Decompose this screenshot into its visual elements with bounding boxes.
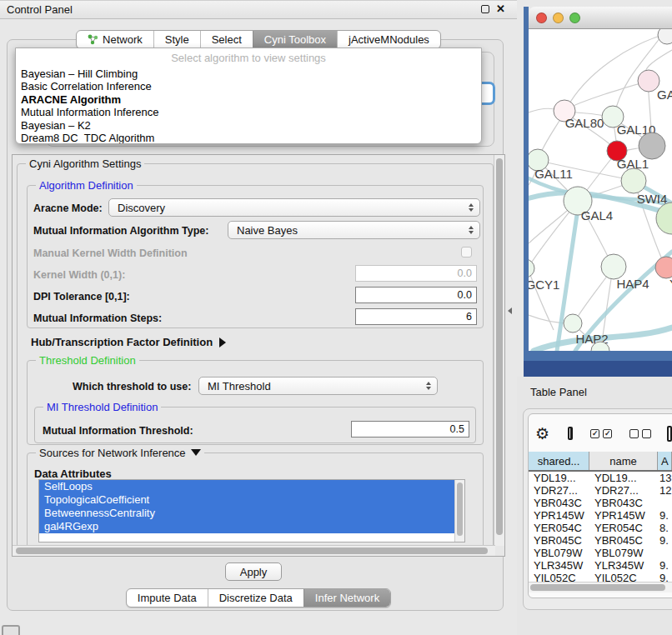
combo-arrows-icon bbox=[469, 226, 474, 234]
aracne-mode-select[interactable]: Discovery bbox=[108, 198, 480, 217]
dropdown-item[interactable]: Bayesian – Hill Climbing bbox=[16, 68, 481, 80]
deselect-all-icon[interactable] bbox=[629, 429, 651, 438]
aracne-mode-label: Aracne Mode: bbox=[33, 202, 103, 214]
table-row[interactable]: YLR345WYLR345W9. bbox=[529, 559, 672, 572]
table-row[interactable]: YDR27...YDR27...12 bbox=[529, 484, 672, 497]
table-column-header[interactable]: shared... bbox=[529, 452, 589, 470]
data-attributes-list[interactable]: SelfLoopsTopologicalCoefficientBetweenne… bbox=[38, 479, 465, 542]
panel-divider-arrow[interactable] bbox=[508, 308, 512, 314]
apply-button[interactable]: Apply bbox=[225, 562, 282, 581]
tab-impute-data[interactable]: Impute Data bbox=[127, 589, 208, 607]
table-cell: 9. bbox=[658, 534, 672, 547]
dpi-tolerance-input[interactable]: 0.0 bbox=[355, 287, 477, 303]
zoom-window-icon[interactable] bbox=[569, 12, 580, 23]
mi-type-select[interactable]: Naive Bayes bbox=[228, 221, 480, 239]
table-row[interactable]: YBR045CYBR045C9. bbox=[529, 534, 672, 547]
mi-steps-input[interactable]: 6 bbox=[355, 308, 477, 325]
dock-gadget-icon[interactable] bbox=[2, 625, 20, 635]
dropdown-prompt: Select algorithm to view settings bbox=[16, 48, 481, 68]
network-node-swi4[interactable] bbox=[621, 168, 646, 193]
columns-icon[interactable] bbox=[568, 427, 573, 440]
mi-threshold-label: Mutual Information Threshold: bbox=[43, 425, 193, 437]
manual-kernel-checkbox[interactable] bbox=[461, 247, 472, 258]
kernel-width-input[interactable]: 0.0 bbox=[355, 265, 477, 282]
attribute-list-item[interactable]: TopologicalCoefficient bbox=[39, 493, 454, 507]
which-threshold-select[interactable]: MI Threshold bbox=[198, 377, 438, 395]
list-scrollbar[interactable] bbox=[454, 480, 464, 542]
document-icon[interactable] bbox=[667, 426, 672, 442]
network-node-y[interactable] bbox=[655, 257, 672, 278]
dropdown-item[interactable]: Mutual Information Inference bbox=[16, 106, 481, 118]
tab-jactivemnodules[interactable]: jActiveMNodules bbox=[337, 31, 440, 48]
table-cell: 9. bbox=[658, 509, 672, 522]
tab-style[interactable]: Style bbox=[153, 31, 200, 48]
data-attributes-label: Data Attributes bbox=[34, 468, 112, 480]
table-row[interactable]: YDL19...YDL19...13 bbox=[529, 472, 672, 484]
tab-select[interactable]: Select bbox=[200, 31, 253, 48]
table-cell: 9. bbox=[658, 559, 672, 572]
bottom-tabs: Impute Data Discretize Data Infer Networ… bbox=[0, 588, 517, 608]
desktop-background bbox=[524, 361, 672, 377]
dropdown-item[interactable]: ARACNE Algorithm bbox=[16, 93, 481, 106]
dropdown-item-list: Bayesian – Hill ClimbingBasic Correlatio… bbox=[16, 68, 481, 144]
table-cell: YER054C bbox=[589, 522, 658, 534]
dropdown-item[interactable]: Basic Correlation Inference bbox=[16, 80, 481, 92]
network-node-hap2[interactable] bbox=[564, 314, 582, 332]
table-row[interactable]: YBR043CYBR043C bbox=[529, 497, 672, 509]
minimize-window-icon[interactable] bbox=[553, 12, 564, 23]
network-node-gcy1[interactable] bbox=[529, 259, 534, 278]
table-cell: YBR043C bbox=[529, 497, 589, 509]
table-row[interactable]: YER054CYER054C8. bbox=[529, 522, 672, 534]
group-title: Algorithm Definition bbox=[36, 179, 137, 192]
table-row[interactable]: YIL052CYIL052C9. bbox=[529, 572, 672, 582]
node-label: SWI4 bbox=[637, 192, 668, 206]
table-horizontal-scrollbar[interactable] bbox=[529, 582, 672, 592]
attribute-list-item[interactable]: BetweennessCentrality bbox=[39, 507, 454, 520]
mi-threshold-input[interactable]: 0.5 bbox=[351, 421, 469, 438]
attribute-list-item[interactable]: SelfLoops bbox=[39, 480, 454, 493]
node-label: GAL bbox=[657, 88, 672, 102]
table-column-header[interactable]: name bbox=[589, 452, 658, 470]
select-all-icon[interactable]: ✓✓ bbox=[590, 429, 612, 438]
tab-infer-network[interactable]: Infer Network bbox=[303, 589, 390, 607]
combo-arrows-icon bbox=[469, 203, 474, 212]
gear-icon[interactable]: ⚙ bbox=[535, 424, 549, 443]
network-window-titlebar[interactable] bbox=[529, 7, 672, 29]
hub-section-toggle[interactable]: Hub/Transcription Factor Definition bbox=[31, 336, 226, 348]
sources-toggle[interactable]: Sources for Network Inference bbox=[36, 447, 204, 459]
network-node[interactable] bbox=[658, 29, 672, 44]
node-table[interactable]: shared...nameA YDL19...YDL19...13YDR27..… bbox=[529, 452, 672, 582]
network-canvas[interactable]: GALGAL80GAL10GAL1GAL11SWI4GAL4GCY1HAP4YH… bbox=[529, 29, 672, 351]
dropdown-item[interactable]: Dream8 DC_TDC Algorithm bbox=[16, 132, 481, 144]
close-icon[interactable]: ✕ bbox=[496, 3, 505, 15]
settings-vertical-scrollbar[interactable] bbox=[494, 155, 504, 546]
float-panel-icon[interactable] bbox=[481, 5, 489, 13]
table-row[interactable]: YPR145WYPR145W9. bbox=[529, 509, 672, 522]
attribute-list-item[interactable]: gal4RGexp bbox=[39, 520, 454, 533]
settings-horizontal-scrollbar[interactable] bbox=[13, 545, 495, 556]
table-cell: YBL079W bbox=[529, 547, 589, 559]
combo-arrows-icon bbox=[426, 382, 431, 390]
table-cell: 8. bbox=[658, 522, 672, 534]
algorithm-dropdown: Select algorithm to view settings Bayesi… bbox=[15, 48, 482, 144]
table-cell: 13 bbox=[658, 472, 672, 484]
table-cell: YBR045C bbox=[529, 534, 589, 547]
table-row[interactable]: YBL079WYBL079W bbox=[529, 547, 672, 559]
network-icon bbox=[88, 34, 98, 45]
node-label: GAL80 bbox=[565, 116, 604, 130]
network-node[interactable] bbox=[656, 202, 672, 234]
node-label: GAL11 bbox=[534, 167, 573, 181]
table-cell: YDR27... bbox=[529, 484, 589, 497]
close-window-icon[interactable] bbox=[536, 12, 547, 23]
dropdown-item[interactable]: Bayesian – K2 bbox=[16, 119, 481, 132]
group-title: MI Threshold Definition bbox=[43, 401, 161, 413]
tab-network[interactable]: Network bbox=[77, 31, 153, 48]
tab-discretize-data[interactable]: Discretize Data bbox=[208, 589, 303, 607]
tab-cyni-toolbox[interactable]: Cyni Toolbox bbox=[253, 31, 337, 48]
table-column-header[interactable]: A bbox=[658, 452, 672, 470]
table-cell: YDL19... bbox=[529, 472, 589, 484]
network-node[interactable] bbox=[639, 132, 665, 159]
table-cell bbox=[658, 547, 672, 559]
network-node-hap4[interactable] bbox=[601, 254, 626, 279]
table-cell: YDL19... bbox=[589, 472, 658, 484]
